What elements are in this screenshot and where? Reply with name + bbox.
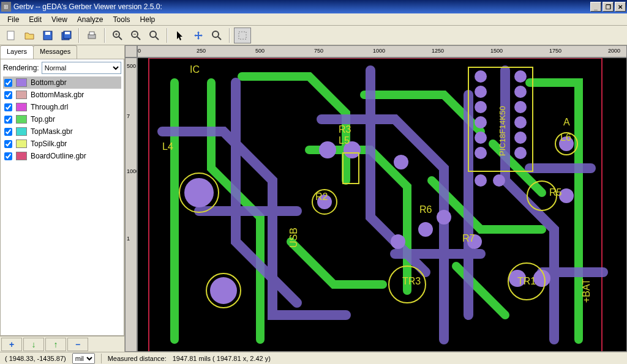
layer-visibility-checkbox[interactable] xyxy=(4,103,12,111)
svg-point-48 xyxy=(514,147,527,159)
svg-text:A: A xyxy=(563,117,570,127)
menu-help[interactable]: Help xyxy=(135,14,160,25)
svg-line-9 xyxy=(119,37,122,40)
svg-rect-5 xyxy=(65,32,70,34)
layer-name-label: Bottom.gbr xyxy=(31,78,67,87)
svg-rect-2 xyxy=(45,32,50,35)
ruler-tick-label: 1 xyxy=(127,236,130,242)
layer-visibility-checkbox[interactable] xyxy=(4,152,12,160)
measure-tool-button[interactable] xyxy=(234,28,251,43)
zoom-fit-button[interactable] xyxy=(146,28,163,43)
rendering-label: Rendering: xyxy=(3,64,39,72)
layer-color-swatch[interactable] xyxy=(16,115,27,124)
rendering-select[interactable]: Normal xyxy=(42,62,121,74)
menu-file[interactable]: File xyxy=(2,14,24,25)
layer-visibility-checkbox[interactable] xyxy=(4,79,12,87)
ruler-tick-label: 1000 xyxy=(373,48,385,54)
layer-color-swatch[interactable] xyxy=(16,78,27,87)
svg-line-16 xyxy=(156,37,159,40)
layer-name-label: TopSilk.gbr xyxy=(31,139,67,148)
new-button[interactable] xyxy=(2,28,20,43)
maximize-button[interactable]: ❐ xyxy=(603,2,614,12)
toolbar-separator xyxy=(167,28,168,43)
svg-point-42 xyxy=(475,147,487,159)
save-button[interactable] xyxy=(39,28,56,43)
menu-tools[interactable]: Tools xyxy=(108,14,135,25)
svg-point-47 xyxy=(514,132,527,144)
layer-visibility-checkbox[interactable] xyxy=(4,91,12,99)
menu-bar: File Edit View Analyze Tools Help xyxy=(0,13,627,26)
svg-text:L4: L4 xyxy=(162,141,173,152)
open-button[interactable] xyxy=(21,28,38,43)
layer-down-button[interactable]: ↓ xyxy=(23,338,44,351)
pcb-drawing: L4 L5 L6 A R2 R3 R5 R6 R7 TR1 TR3 USB PI… xyxy=(138,58,627,352)
toolbar xyxy=(0,26,627,45)
svg-text:R7: R7 xyxy=(462,233,475,243)
remove-layer-button[interactable]: − xyxy=(67,338,88,351)
menu-analyze[interactable]: Analyze xyxy=(72,14,108,25)
unit-select[interactable]: mil xyxy=(72,353,95,364)
svg-text:L6: L6 xyxy=(560,132,571,143)
layer-color-swatch[interactable] xyxy=(16,139,27,148)
layer-visibility-checkbox[interactable] xyxy=(4,128,12,136)
svg-rect-0 xyxy=(7,31,14,40)
layer-color-swatch[interactable] xyxy=(16,103,27,111)
svg-line-13 xyxy=(137,37,140,40)
zoom-tool-button[interactable] xyxy=(208,28,225,43)
toolbar-separator xyxy=(78,28,80,43)
app-icon: ⊞ xyxy=(1,2,11,12)
status-bar: ( 1948.33, -1435.87) mil Measured distan… xyxy=(0,352,627,364)
svg-point-45 xyxy=(514,101,527,113)
minimize-button[interactable]: _ xyxy=(590,2,601,12)
menu-edit[interactable]: Edit xyxy=(24,14,47,25)
tab-messages[interactable]: Messages xyxy=(33,45,77,59)
svg-point-46 xyxy=(514,116,527,128)
layer-color-swatch[interactable] xyxy=(16,91,27,99)
close-button[interactable]: ✕ xyxy=(615,2,626,12)
svg-point-40 xyxy=(475,116,487,128)
svg-point-44 xyxy=(514,86,527,98)
layer-row[interactable]: TopSilk.gbr xyxy=(3,138,121,150)
tab-layers[interactable]: Layers xyxy=(0,45,34,59)
canvas[interactable]: L4 L5 L6 A R2 R3 R5 R6 R7 TR1 TR3 USB PI… xyxy=(137,58,627,352)
layer-visibility-checkbox[interactable] xyxy=(4,140,12,148)
layer-name-label: BoardOutline.gbr xyxy=(31,152,86,160)
add-layer-button[interactable]: + xyxy=(1,338,22,351)
print-button[interactable] xyxy=(83,28,100,43)
svg-point-29 xyxy=(437,210,451,225)
ruler-tick-label: 1750 xyxy=(549,48,561,54)
svg-point-17 xyxy=(212,31,219,37)
ruler-tick-label: 1000 xyxy=(127,168,137,174)
layer-color-swatch[interactable] xyxy=(16,152,27,160)
layer-row[interactable]: Bottom.gbr xyxy=(3,76,121,89)
status-separator xyxy=(101,354,102,363)
svg-line-18 xyxy=(218,37,221,40)
layer-row[interactable]: Through.drl xyxy=(3,101,121,113)
layer-name-label: Top.gbr xyxy=(31,115,55,124)
svg-text:USB: USB xyxy=(288,228,299,248)
layer-row[interactable]: TopMask.gbr xyxy=(3,125,121,138)
menu-view[interactable]: View xyxy=(47,14,72,25)
zoom-in-button[interactable] xyxy=(109,28,126,43)
layer-row[interactable]: Top.gbr xyxy=(3,113,121,125)
measured-value: 1947.81 mils ( 1947.81 x, 2.42 y) xyxy=(173,355,271,362)
ruler-tick-label: 0 xyxy=(138,48,141,54)
zoom-out-button[interactable] xyxy=(127,28,145,43)
layer-up-button[interactable]: ↑ xyxy=(45,338,66,351)
svg-text:PIC18F14K50: PIC18F14K50 xyxy=(498,106,507,156)
svg-point-21 xyxy=(184,178,214,207)
ruler-tick-label: 750 xyxy=(314,48,323,54)
svg-point-31 xyxy=(475,174,487,187)
layer-visibility-checkbox[interactable] xyxy=(4,116,12,124)
svg-point-38 xyxy=(475,86,487,98)
layer-row[interactable]: BoardOutline.gbr xyxy=(3,150,121,162)
toolbar-separator xyxy=(229,28,230,43)
layer-color-swatch[interactable] xyxy=(16,127,27,136)
svg-text:TR1: TR1 xyxy=(517,276,536,286)
pan-tool-button[interactable] xyxy=(190,28,207,43)
svg-text:R2: R2 xyxy=(315,191,328,202)
svg-point-28 xyxy=(418,222,433,237)
layer-row[interactable]: BottomMask.gbr xyxy=(3,89,121,101)
save-all-button[interactable] xyxy=(58,28,75,43)
pointer-tool-button[interactable] xyxy=(171,28,189,43)
